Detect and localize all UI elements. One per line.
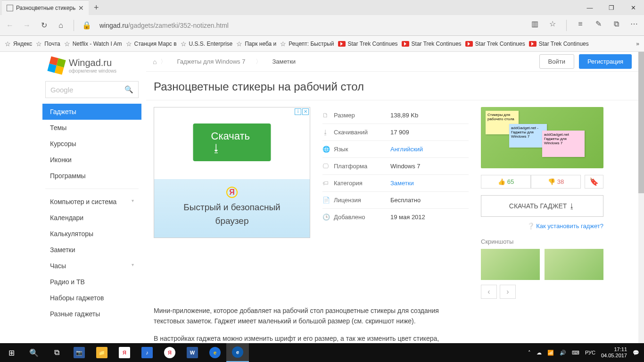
- taskbar-app[interactable]: 📷: [68, 343, 91, 362]
- bookmark-item[interactable]: ☆Станция Марс в: [126, 40, 177, 48]
- ad-close-icon[interactable]: ✕: [302, 108, 309, 115]
- scrollbar-thumb[interactable]: [638, 52, 644, 193]
- nav-item-packs[interactable]: Наборы гаджетов: [42, 290, 141, 306]
- nav-item-clocks[interactable]: Часы▾: [42, 258, 141, 274]
- bookmark-item[interactable]: ☆Рецепт: Быстрый: [280, 40, 334, 48]
- search-input[interactable]: Google 🔍: [45, 81, 139, 98]
- bookmarks-overflow-icon[interactable]: »: [636, 41, 639, 47]
- ad-text: Быстрый и безопасныйбраузер: [154, 201, 310, 228]
- bookmark-item[interactable]: Star Trek Continues: [338, 41, 398, 47]
- sticky-note: addGadget.net Гаджеты для Windows 7: [542, 131, 585, 157]
- nav-item-programs[interactable]: Программы: [42, 168, 141, 184]
- howto-link[interactable]: ❔ Как установить гаджет?: [481, 222, 603, 230]
- bookmark-icon: 🔖: [589, 177, 599, 186]
- tray-volume-icon[interactable]: 🔊: [560, 350, 566, 356]
- thumb-pager: ‹ ›: [481, 285, 603, 299]
- lock-icon[interactable]: 🔒: [83, 21, 91, 30]
- ad-banner[interactable]: i✕ Скачать ⭳ Я Быстрый и безопасныйбрауз…: [154, 107, 310, 238]
- taskbar-app-word[interactable]: W: [181, 343, 204, 362]
- paragraph: В настройках гаджета можно изменить шриф…: [154, 333, 440, 343]
- taskbar-app-edge[interactable]: e: [226, 343, 249, 362]
- refresh-button[interactable]: ↻: [40, 21, 48, 30]
- next-button[interactable]: ›: [500, 285, 516, 299]
- thumbs-up-button[interactable]: 👍65: [481, 175, 531, 189]
- ad-download-button[interactable]: Скачать ⭳: [193, 123, 271, 161]
- screenshot-thumb[interactable]: [545, 249, 603, 280]
- register-button[interactable]: Регистрация: [579, 54, 632, 69]
- start-button[interactable]: ⊞: [0, 343, 23, 362]
- share-icon[interactable]: ⧉: [612, 20, 620, 28]
- content-row: i✕ Скачать ⭳ Я Быстрый и безопасныйбрауз…: [146, 100, 638, 305]
- tray-chevron-icon[interactable]: ˄: [528, 350, 531, 356]
- maximize-button[interactable]: ❐: [601, 0, 622, 15]
- bookmark-item[interactable]: ☆Почта: [36, 40, 60, 48]
- more-icon[interactable]: ⋯: [630, 20, 638, 28]
- tray-keyboard-icon[interactable]: ⌨: [572, 350, 579, 356]
- tag-icon: 🏷: [322, 180, 334, 187]
- bookmark-button[interactable]: 🔖: [585, 175, 603, 189]
- site-brand[interactable]: Wingad.ru оформление windows: [42, 52, 141, 79]
- address-bar[interactable]: wingad.ru/gadgets/zametki/352-notizen.ht…: [99, 22, 517, 29]
- nav-item-icons[interactable]: Иконки: [42, 152, 141, 168]
- login-button[interactable]: Войти: [539, 54, 574, 69]
- bookmark-item[interactable]: Star Trek Continues: [465, 41, 525, 47]
- tab-title: Разноцветные стикерь: [16, 5, 75, 11]
- nav-item-computer[interactable]: Компьютер и система▾: [42, 194, 141, 210]
- tray-wifi-icon[interactable]: 📶: [547, 350, 554, 356]
- star-icon: ☆: [5, 40, 11, 48]
- forward-button[interactable]: →: [23, 21, 31, 30]
- reading-view-icon[interactable]: ▥: [530, 20, 539, 28]
- bookmark-item[interactable]: Star Trek Continues: [402, 41, 462, 47]
- nav-item-radio[interactable]: Радио и ТВ: [42, 274, 141, 290]
- nav-item-notes[interactable]: Заметки: [42, 242, 141, 258]
- tray-notifications-icon[interactable]: 💬: [633, 350, 639, 356]
- taskbar-app[interactable]: ♪: [136, 343, 158, 362]
- spec-row: 📄ЛицензияБесплатно: [322, 191, 469, 208]
- prev-button[interactable]: ‹: [481, 285, 497, 299]
- chevron-right-icon: 〉: [160, 58, 166, 66]
- nav-item-themes[interactable]: Темы: [42, 120, 141, 136]
- new-tab-button[interactable]: +: [89, 0, 104, 15]
- breadcrumb-gadgets[interactable]: Гаджеты для Windows 7: [170, 58, 252, 65]
- taskview-button[interactable]: ⧉: [45, 343, 68, 362]
- breadcrumb-home-icon[interactable]: ⌂: [153, 58, 157, 66]
- home-button[interactable]: ⌂: [57, 21, 65, 30]
- search-icon[interactable]: 🔍: [124, 85, 133, 94]
- screenshots-label: Скриншоты: [481, 238, 603, 245]
- hub-icon[interactable]: ≡: [576, 20, 585, 28]
- taskbar-app-yandex[interactable]: Я: [113, 343, 136, 362]
- search-button[interactable]: 🔍: [23, 343, 45, 362]
- nav-item-gadgets[interactable]: Гаджеты: [42, 104, 141, 120]
- taskbar-app-yandex-browser[interactable]: Я: [158, 343, 181, 362]
- tray-clock[interactable]: 17:11 04.05.2017: [601, 346, 627, 359]
- taskbar-app-ie[interactable]: e: [204, 343, 226, 362]
- close-tab-icon[interactable]: ✕: [78, 4, 84, 12]
- ad-info-icon[interactable]: i: [295, 108, 301, 115]
- page-icon: [7, 5, 13, 11]
- bookmark-item[interactable]: ☆U.S.S. Enterprise: [181, 40, 233, 48]
- tray-onedrive-icon[interactable]: ☁: [537, 350, 542, 356]
- bookmarks-bar: ☆Яндекс ☆Почта ☆Netflix - Watch I Am ☆Ст…: [0, 36, 644, 52]
- screenshot-thumb[interactable]: [481, 249, 540, 280]
- taskbar-app-explorer[interactable]: 📁: [91, 343, 113, 362]
- globe-icon: 🌐: [322, 146, 334, 153]
- back-button[interactable]: ←: [6, 21, 14, 30]
- browser-tab[interactable]: Разноцветные стикерь ✕: [2, 0, 89, 15]
- nav-item-calendars[interactable]: Календари: [42, 210, 141, 226]
- bookmark-item[interactable]: ☆Яндекс: [5, 40, 32, 48]
- download-gadget-button[interactable]: СКАЧАТЬ ГАДЖЕТ ⭳: [481, 195, 603, 217]
- bookmark-item[interactable]: ☆Парк неба и: [236, 40, 276, 48]
- vertical-scrollbar[interactable]: [638, 52, 644, 343]
- thumbs-down-button[interactable]: 👎38: [531, 175, 581, 189]
- nav-item-calculators[interactable]: Калькуляторы: [42, 226, 141, 242]
- hero-screenshot[interactable]: Стикеры для рабочего стола addGadget.net…: [481, 107, 603, 168]
- close-window-button[interactable]: ✕: [622, 0, 644, 15]
- notes-icon[interactable]: ✎: [594, 20, 603, 28]
- minimize-button[interactable]: —: [579, 0, 601, 15]
- bookmark-item[interactable]: ☆Netflix - Watch I Am: [64, 40, 122, 48]
- tray-language[interactable]: РУС: [585, 350, 595, 355]
- favorites-icon[interactable]: ☆: [548, 20, 557, 28]
- bookmark-item[interactable]: Star Trek Continues: [529, 41, 589, 47]
- nav-item-cursors[interactable]: Курсоры: [42, 136, 141, 152]
- nav-item-misc[interactable]: Разные гаджеты: [42, 306, 141, 322]
